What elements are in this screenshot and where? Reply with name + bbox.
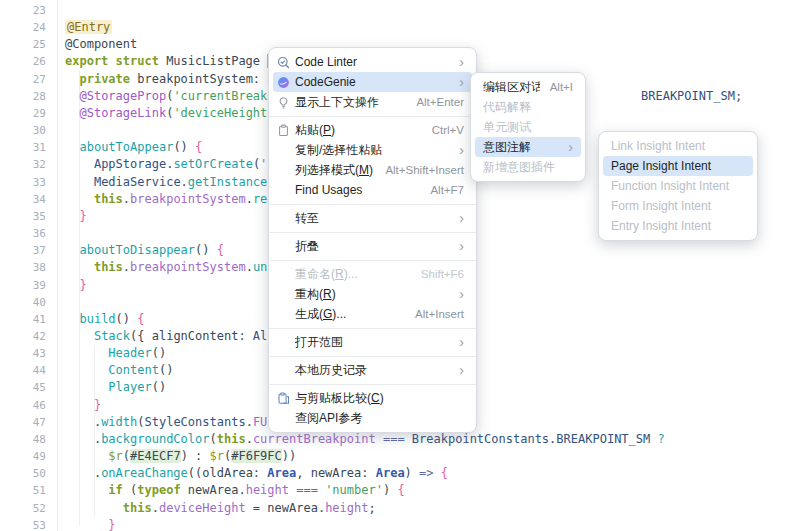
menu-item-shortcut: Ctrl+V [432,124,464,136]
submenu-arrow-icon: › [459,287,464,301]
code-token-plain: ( [123,483,137,497]
code-token-fn: aboutToAppear [79,140,173,154]
code-line[interactable]: 23 [0,2,795,19]
menu-item-label: Code Linter [295,55,449,69]
code-line[interactable]: 49 $r(#E4ECF7) : $r(#F6F9FC)) [0,448,795,465]
code-text: aboutToDisappear() { [65,242,224,259]
code-token-plain [65,140,79,154]
menu-item-page-insight-intent[interactable]: Page Insight Intent [603,156,753,176]
code-token-str: 'deviceHeight' [173,106,274,120]
line-number[interactable]: 32 [0,156,46,173]
line-number[interactable]: 24 [0,19,46,36]
line-number[interactable]: 40 [0,294,46,311]
line-number[interactable]: 42 [0,328,46,345]
codegenie-submenu: 编辑区对话Alt+I代码解释单元测试意图注解›新增意图插件 [470,72,586,182]
code-token-plain: )) [282,449,296,463]
line-number[interactable]: 30 [0,122,46,139]
line-number[interactable]: 43 [0,345,46,362]
line-number[interactable]: 38 [0,259,46,276]
line-number[interactable]: 34 [0,191,46,208]
code-token-kw: typeof [137,483,180,497]
line-number[interactable]: 33 [0,174,46,191]
line-number[interactable]: 45 [0,379,46,396]
submenu-arrow-icon: › [459,363,464,377]
menu-item-show-context-actions[interactable]: 显示上下文操作Alt+Enter [273,92,472,112]
menu-item-find-usages[interactable]: Find UsagesAlt+F7 [273,180,472,200]
line-number[interactable]: 29 [0,105,46,122]
line-number[interactable]: 27 [0,71,46,88]
menu-item-open-scope[interactable]: 打开范围› [273,332,472,352]
menu-item-generate[interactable]: 生成(G)...Alt+Insert [273,304,472,324]
code-line[interactable]: 24@Entry [0,19,795,36]
code-line[interactable]: 53 } [0,517,795,531]
code-token-brace: } [79,209,86,223]
menu-separator [269,384,476,385]
code-line[interactable]: 51 if (typeof newArea.height === 'number… [0,482,795,499]
code-text: .onAreaChange((oldArea: Area, newArea: A… [65,465,448,482]
menu-item-column-selection-mode[interactable]: 列选择模式(M)Alt+Shift+Insert [273,160,472,180]
code-token-prop: breakpointSystem [130,260,246,274]
line-number[interactable]: 41 [0,311,46,328]
menu-item-editor-chat[interactable]: 编辑区对话Alt+I [475,77,581,97]
menu-item-label: Function Insight Intent [611,179,745,193]
code-token-plain [65,483,108,497]
code-token-plain [65,209,79,223]
code-token-plain [65,89,79,103]
line-number[interactable]: 51 [0,482,46,499]
code-line[interactable]: 50 .onAreaChange((oldArea: Area, newArea… [0,465,795,482]
menu-item-codegenie[interactable]: CodeGenie› [273,72,472,92]
code-token-entry: @Entry [65,20,112,34]
menu-item-copy-paste-special[interactable]: 复制/选择性粘贴› [273,140,472,160]
line-number[interactable]: 36 [0,225,46,242]
line-number[interactable]: 26 [0,53,46,70]
line-number[interactable]: 48 [0,431,46,448]
line-number[interactable]: 25 [0,36,46,53]
menu-item-go-to[interactable]: 转至› [273,208,472,228]
line-number[interactable]: 44 [0,362,46,379]
menu-item-label: 生成(G)... [295,306,405,323]
code-token-cls: BREAKPOINT_SM [556,432,650,446]
code-token-fn: width [101,415,137,429]
menu-item-paste[interactable]: 粘贴(P)Ctrl+V [273,120,472,140]
menu-item-local-history[interactable]: 本地历史记录› [273,360,472,380]
blank-icon [277,211,295,225]
menu-item-compare-with-clipboard[interactable]: 与剪贴板比较(C) [273,388,472,408]
menu-item-code-linter[interactable]: Code Linter› [273,52,472,72]
line-number[interactable]: 50 [0,465,46,482]
code-line[interactable]: 52 this.deviceHeight = newArea.height; [0,500,795,517]
line-number[interactable]: 37 [0,242,46,259]
line-number[interactable]: 23 [0,2,46,19]
code-line[interactable]: 48 .backgroundColor(this.currentBreakpoi… [0,431,795,448]
code-token-plain [65,518,108,531]
line-number[interactable]: 46 [0,397,46,414]
code-token-chip: #E4ECF7 [130,449,181,463]
code-token-plain: () [195,243,217,257]
line-number[interactable]: 47 [0,414,46,431]
line-number[interactable]: 35 [0,208,46,225]
code-token-plain [650,432,657,446]
code-token-plain: . [246,260,253,274]
code-token-plain: ) [383,483,397,497]
menu-item-folding[interactable]: 折叠› [273,236,472,256]
code-text: MediaService.getInstance(); [65,174,289,191]
code-text: aboutToAppear() { [65,139,202,156]
line-number[interactable]: 49 [0,448,46,465]
blank-icon [277,335,295,349]
line-number[interactable]: 53 [0,517,46,531]
code-token-fn: getInstance [188,175,267,189]
line-number[interactable]: 52 [0,500,46,517]
menu-item-lookup-api-reference[interactable]: 查阅API参考 [273,408,472,428]
line-number[interactable]: 31 [0,139,46,156]
code-token-fn: Content [108,363,159,377]
menu-item-intent-annotation[interactable]: 意图注解› [475,137,581,157]
menu-separator [269,232,476,233]
menu-item-shortcut: Alt+F7 [430,184,464,196]
menu-item-label: 折叠 [295,238,449,255]
code-token-plain [65,346,108,360]
code-linter-icon [277,55,295,69]
code-token-tail: BREAKPOINT_SM; [641,88,742,105]
line-number[interactable]: 28 [0,88,46,105]
line-number[interactable]: 39 [0,277,46,294]
blank-icon [277,163,295,177]
menu-item-refactor[interactable]: 重构(R)› [273,284,472,304]
